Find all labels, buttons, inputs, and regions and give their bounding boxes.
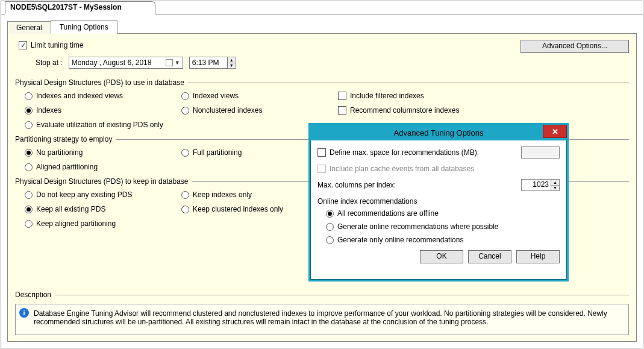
spinner-up-icon[interactable]: ▲: [228, 57, 236, 63]
ok-button[interactable]: OK: [420, 250, 463, 263]
stop-at-label: Stop at :: [36, 58, 63, 67]
radio-indexed-views[interactable]: Indexed views: [181, 92, 332, 100]
limit-tuning-time-checkbox[interactable]: [19, 41, 27, 49]
max-cols-input[interactable]: 1023: [521, 179, 551, 191]
spinner-down-icon[interactable]: ▼: [228, 63, 236, 69]
stop-at-date-picker[interactable]: Monday , August 6, 2018 ▼: [69, 57, 183, 69]
help-button[interactable]: Help: [516, 250, 560, 263]
limit-tuning-time-label: Limit tuning time: [31, 41, 83, 49]
spinner-down-icon[interactable]: ▼: [551, 185, 559, 191]
radio-keep-all[interactable]: Keep all existing PDS: [25, 205, 175, 213]
radio-indexes-and-views[interactable]: Indexes and indexed views: [25, 92, 175, 100]
description-legend: Description: [15, 291, 55, 299]
plan-cache-label: Include plan cache events from all datab…: [330, 165, 474, 173]
session-tab[interactable]: NODE5\SQL2017ST - MySession: [5, 1, 155, 14]
tab-general[interactable]: General: [7, 21, 51, 34]
check-include-filtered[interactable]: Include filtered indexes: [338, 92, 629, 100]
pds-keep-legend: Physical Design Structures (PDS) to keep…: [15, 177, 192, 186]
close-icon: ✕: [552, 127, 558, 136]
pds-use-legend: Physical Design Structures (PDS) to use …: [15, 78, 188, 87]
radio-no-partitioning[interactable]: No partitioning: [25, 148, 175, 157]
partition-legend: Partitioning strategy to employ: [15, 135, 116, 143]
stop-at-date-value: Monday , August 6, 2018: [72, 58, 152, 67]
radio-do-not-keep[interactable]: Do not keep any existing PDS: [25, 190, 175, 199]
max-space-label: Define max. space for recommendations (M…: [330, 148, 521, 157]
calendar-icon: [166, 59, 173, 66]
description-box: i Database Engine Tuning Advisor will re…: [15, 304, 629, 335]
dialog-title-text: Advanced Tuning Options: [394, 128, 484, 137]
pds-use-group: Physical Design Structures (PDS) to use …: [15, 78, 629, 129]
cancel-button[interactable]: Cancel: [468, 250, 511, 263]
max-cols-spinner[interactable]: ▲ ▼: [551, 179, 560, 191]
radio-all-offline[interactable]: All recommendations are offline: [326, 209, 560, 218]
radio-only-online[interactable]: Generate only online recommendations: [326, 236, 560, 244]
stop-at-time-value: 6:13 PM: [192, 58, 219, 67]
description-text: Database Engine Tuning Advisor will reco…: [34, 309, 607, 326]
online-recs-legend: Online index recommendations: [317, 197, 560, 206]
check-plan-cache: [317, 165, 326, 173]
max-space-input[interactable]: [521, 146, 560, 159]
dialog-close-button[interactable]: ✕: [543, 125, 567, 138]
time-spinner[interactable]: ▲ ▼: [228, 57, 236, 69]
max-cols-label: Max. columns per index:: [317, 181, 521, 189]
radio-aligned-partitioning[interactable]: Aligned partitioning: [25, 163, 175, 171]
chevron-down-icon: ▼: [175, 60, 180, 66]
radio-keep-aligned-part[interactable]: Keep aligned partitioning: [25, 219, 175, 228]
check-max-space[interactable]: [317, 148, 326, 157]
radio-indexes[interactable]: Indexes: [25, 106, 175, 115]
spinner-up-icon[interactable]: ▲: [551, 180, 559, 185]
tab-tuning-options[interactable]: Tuning Options: [51, 20, 117, 34]
radio-online-where-possible[interactable]: Generate online recommendations where po…: [326, 222, 560, 231]
info-icon: i: [19, 308, 29, 318]
dialog-titlebar[interactable]: Advanced Tuning Options ✕: [310, 125, 567, 140]
radio-nonclustered[interactable]: Nonclustered indexes: [181, 106, 332, 115]
advanced-options-button[interactable]: Advanced Options...: [521, 40, 629, 53]
stop-at-time-field[interactable]: 6:13 PM: [189, 57, 228, 69]
check-recommend-columnstore[interactable]: Recommend columnstore indexes: [338, 106, 629, 115]
advanced-tuning-dialog: Advanced Tuning Options ✕ Define max. sp…: [308, 123, 569, 281]
